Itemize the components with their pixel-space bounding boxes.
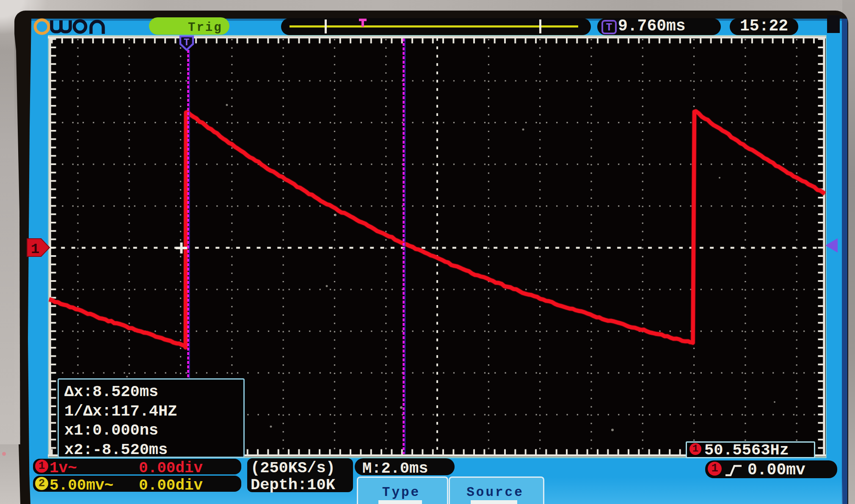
- svg-text:1: 1: [31, 241, 39, 257]
- svg-text:T: T: [184, 37, 190, 48]
